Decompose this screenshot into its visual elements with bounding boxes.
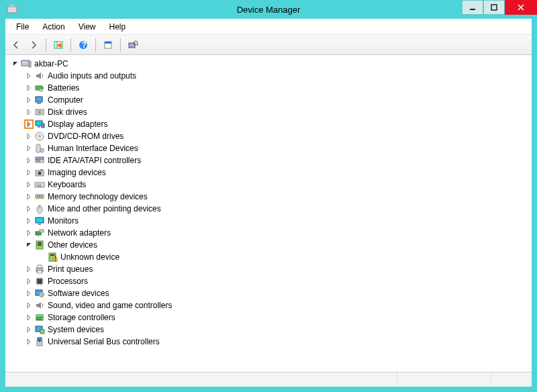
- help-button[interactable]: ?: [75, 37, 91, 53]
- tree-item[interactable]: Sound, video and game controllers: [7, 299, 530, 311]
- expand-arrow-icon[interactable]: [24, 83, 34, 93]
- tree-item-label: Keyboards: [48, 179, 86, 191]
- computer-icon: [21, 58, 32, 69]
- expand-arrow-icon[interactable]: [24, 168, 34, 177]
- tree-item[interactable]: Mice and other pointing devices: [7, 203, 530, 215]
- speaker-icon: [34, 70, 45, 81]
- svg-rect-3: [491, 5, 497, 10]
- tree-item[interactable]: Network adapters: [7, 227, 530, 239]
- tree-item-label: Processors: [48, 275, 88, 287]
- svg-rect-44: [40, 184, 42, 185]
- menu-action[interactable]: Action: [36, 20, 71, 34]
- tree-item-label: Imaging devices: [48, 166, 106, 179]
- tree-item-label: Print queues: [48, 263, 93, 275]
- tree-root[interactable]: akbar-PC: [7, 58, 530, 70]
- maximize-button[interactable]: [483, 0, 505, 15]
- expand-arrow-highlighted-icon[interactable]: [24, 119, 34, 129]
- svg-rect-12: [105, 42, 111, 44]
- tree-item[interactable]: Universal Serial Bus controllers: [7, 336, 530, 348]
- keyboard-icon: [34, 179, 45, 190]
- collapse-arrow-icon[interactable]: [11, 59, 20, 68]
- svg-rect-48: [39, 195, 40, 197]
- expand-arrow-icon[interactable]: [24, 264, 34, 274]
- tree-child-item[interactable]: !Unknown device: [7, 251, 530, 263]
- expand-arrow-icon[interactable]: [24, 216, 34, 226]
- svg-point-20: [39, 89, 43, 91]
- svg-rect-43: [38, 184, 40, 185]
- expand-arrow-icon[interactable]: [24, 325, 34, 334]
- menu-view[interactable]: View: [72, 20, 103, 34]
- tree-item[interactable]: Processors: [7, 275, 530, 287]
- menu-help[interactable]: Help: [103, 20, 133, 34]
- show-hide-tree-button[interactable]: ◄: [50, 37, 66, 53]
- back-button[interactable]: [8, 37, 24, 53]
- tree-item[interactable]: Audio inputs and outputs: [7, 70, 530, 82]
- svg-rect-47: [37, 195, 38, 197]
- expand-arrow-icon[interactable]: [24, 132, 34, 141]
- tree-item-label: Audio inputs and outputs: [48, 70, 136, 82]
- minimize-button[interactable]: [462, 0, 483, 15]
- tree-item-label: Monitors: [48, 215, 79, 227]
- tree-item[interactable]: Imaging devices: [7, 166, 530, 179]
- svg-rect-57: [38, 224, 41, 225]
- software-icon: [34, 288, 45, 299]
- scan-button[interactable]: [125, 37, 141, 53]
- svg-rect-68: [38, 265, 42, 268]
- expand-arrow-icon[interactable]: [24, 156, 34, 165]
- app-icon: [7, 4, 17, 17]
- ide-icon: [34, 155, 45, 166]
- tree-item[interactable]: Storage controllers: [7, 311, 530, 324]
- properties-button[interactable]: [100, 37, 116, 53]
- tree-item[interactable]: Disk drives: [7, 106, 530, 118]
- svg-rect-16: [21, 60, 29, 66]
- tree-item[interactable]: Print queues: [7, 263, 530, 275]
- tree-item[interactable]: Human Interface Devices: [7, 142, 530, 154]
- expand-arrow-icon[interactable]: [24, 71, 34, 81]
- tree-item[interactable]: Memory technology devices: [7, 191, 530, 203]
- expand-arrow-icon[interactable]: [24, 144, 34, 153]
- tree-item[interactable]: System devices: [7, 324, 530, 336]
- tree-item[interactable]: Monitors: [7, 215, 530, 227]
- forward-button[interactable]: [26, 37, 42, 53]
- tree-item-label: Computer: [48, 94, 83, 106]
- expand-arrow-icon[interactable]: [24, 313, 34, 322]
- tree-item[interactable]: Computer: [7, 94, 530, 106]
- tree-item-label: Batteries: [48, 82, 79, 94]
- expand-arrow-icon[interactable]: [24, 289, 34, 298]
- svg-rect-62: [38, 242, 42, 244]
- collapse-arrow-icon[interactable]: [24, 240, 34, 250]
- tree-item[interactable]: Software devices: [7, 287, 530, 299]
- svg-point-39: [38, 172, 42, 175]
- tree-item[interactable]: IDE ATA/ATAPI controllers: [7, 154, 530, 166]
- device-tree[interactable]: akbar-PCAudio inputs and outputsBatterie…: [5, 55, 532, 372]
- expand-arrow-icon[interactable]: [24, 107, 34, 117]
- close-button[interactable]: [505, 0, 537, 15]
- tree-item[interactable]: Batteries: [7, 82, 530, 94]
- tree-item[interactable]: Display adapters: [7, 118, 530, 130]
- menu-file[interactable]: File: [9, 20, 36, 34]
- svg-line-15: [137, 44, 138, 46]
- expand-arrow-icon[interactable]: [24, 192, 34, 201]
- expand-arrow-icon[interactable]: [24, 337, 34, 346]
- expand-arrow-icon[interactable]: [24, 301, 34, 310]
- tree-item[interactable]: DVD/CD-ROM drives: [7, 130, 530, 142]
- expand-arrow-icon[interactable]: [24, 180, 34, 189]
- tree-item-label: Memory technology devices: [48, 191, 148, 203]
- expand-arrow-icon[interactable]: [24, 95, 34, 105]
- svg-point-30: [39, 136, 41, 138]
- svg-rect-31: [36, 144, 40, 152]
- battery-icon: [34, 83, 45, 93]
- expand-arrow-icon[interactable]: [24, 277, 34, 286]
- svg-text:?: ?: [82, 40, 87, 50]
- expand-arrow-icon[interactable]: [24, 228, 34, 238]
- cd-icon: [34, 131, 45, 142]
- sound-icon: [34, 300, 45, 311]
- content-area: File Action View Help ◄ ? akbar-PCAudio …: [5, 19, 532, 387]
- tree-item[interactable]: Other devices: [7, 239, 530, 251]
- svg-rect-86: [40, 330, 44, 334]
- tree-item-label: System devices: [48, 324, 104, 336]
- expand-arrow-icon[interactable]: [24, 204, 34, 213]
- titlebar[interactable]: Device Manager: [0, 0, 537, 19]
- tree-item[interactable]: Keyboards: [7, 179, 530, 191]
- mouse-icon: [34, 203, 45, 214]
